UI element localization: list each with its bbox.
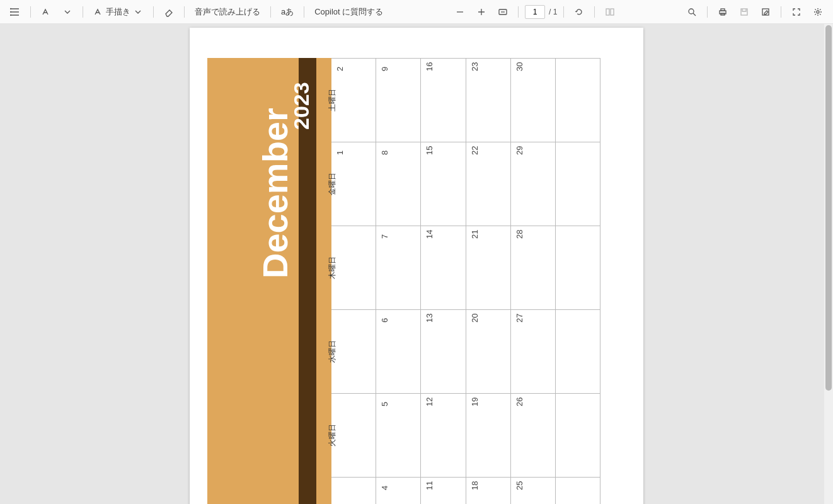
day-cell: 29 xyxy=(511,142,556,226)
separator xyxy=(594,6,595,18)
calendar-row: 金曜日18152229 xyxy=(331,142,600,226)
day-number: 21 xyxy=(470,230,480,239)
rotate-button[interactable] xyxy=(570,4,588,20)
day-number: 30 xyxy=(515,62,524,71)
copilot-button[interactable]: Copilot に質問する xyxy=(311,4,387,20)
highlight-dropdown-icon[interactable] xyxy=(59,4,76,20)
gear-icon xyxy=(813,7,823,17)
day-cell xyxy=(556,478,600,504)
day-cell xyxy=(331,310,376,393)
separator xyxy=(153,6,154,18)
print-icon xyxy=(718,7,728,17)
svg-point-2 xyxy=(11,14,11,15)
calendar: December 2023 土曜日29162330金曜日18152229木曜日7… xyxy=(207,58,600,504)
day-number: 2 xyxy=(335,67,345,71)
vertical-scrollbar[interactable] xyxy=(824,24,833,504)
search-button[interactable] xyxy=(683,4,701,20)
day-number: 29 xyxy=(515,146,524,155)
fullscreen-icon xyxy=(791,7,801,17)
day-cell: 13 xyxy=(421,310,466,393)
day-cell: 21 xyxy=(466,226,511,309)
search-icon xyxy=(687,7,697,17)
toolbar: 手描き 音声で読み上げる aあ Copilot に質問する / 1 xyxy=(0,0,833,24)
day-number: 6 xyxy=(380,318,389,323)
calendar-row: 木曜日7142128 xyxy=(331,226,600,309)
day-number: 8 xyxy=(380,151,389,155)
translate-button[interactable]: aあ xyxy=(277,4,297,20)
pdf-page: December 2023 土曜日29162330金曜日18152229木曜日7… xyxy=(190,28,643,504)
day-number: 20 xyxy=(470,314,480,323)
day-cell: 27 xyxy=(511,310,556,393)
translate-label: aあ xyxy=(281,6,294,18)
day-cell: 25 xyxy=(511,478,556,504)
day-cell: 14 xyxy=(421,226,466,309)
day-number: 7 xyxy=(380,234,389,239)
day-cell: 23 xyxy=(466,59,511,142)
svg-rect-4 xyxy=(606,9,609,15)
day-cell: 6 xyxy=(376,310,421,393)
save-as-button[interactable] xyxy=(757,4,774,20)
day-number: 16 xyxy=(425,62,434,71)
day-cell: 5 xyxy=(376,394,421,477)
save-icon xyxy=(739,7,749,17)
day-cell: 2 xyxy=(331,59,376,142)
copilot-label: Copilot に質問する xyxy=(314,6,383,18)
day-cell: 4 xyxy=(376,478,421,504)
day-number: 19 xyxy=(470,398,480,406)
day-cell: 1 xyxy=(331,142,376,226)
erase-icon[interactable] xyxy=(160,4,178,20)
print-button[interactable] xyxy=(714,4,732,20)
day-cell: 15 xyxy=(421,142,466,226)
svg-point-1 xyxy=(11,11,11,12)
separator xyxy=(707,6,708,18)
read-aloud-button[interactable]: 音声で読み上げる xyxy=(191,4,264,20)
minus-icon xyxy=(455,7,465,17)
draw-button[interactable]: 手描き xyxy=(89,4,147,20)
separator xyxy=(563,6,564,18)
page-number-input[interactable] xyxy=(525,5,545,19)
svg-point-6 xyxy=(689,9,694,14)
day-number: 23 xyxy=(470,62,480,71)
calendar-grid: 土曜日29162330金曜日18152229木曜日7142128水曜日61320… xyxy=(331,58,600,504)
day-cell: 9 xyxy=(376,59,421,142)
save-button[interactable] xyxy=(735,4,753,20)
scrollbar-thumb[interactable] xyxy=(825,25,832,391)
day-cell: 7 xyxy=(376,226,421,309)
zoom-in-button[interactable] xyxy=(473,4,490,20)
highlight-icon[interactable] xyxy=(37,4,55,20)
day-number: 27 xyxy=(515,314,524,323)
day-number: 26 xyxy=(515,398,524,406)
contents-icon[interactable] xyxy=(6,4,24,20)
svg-rect-8 xyxy=(721,9,725,11)
separator xyxy=(83,6,83,18)
day-cell: 22 xyxy=(466,142,511,226)
separator xyxy=(781,6,781,18)
day-cell xyxy=(556,226,600,309)
day-number: 25 xyxy=(515,481,524,490)
plus-icon xyxy=(476,7,486,17)
day-number: 15 xyxy=(425,146,434,155)
day-cell: 28 xyxy=(511,226,556,309)
day-number: 12 xyxy=(425,398,434,406)
day-cell: 30 xyxy=(511,59,556,142)
day-number: 11 xyxy=(425,481,434,490)
day-cell: 12 xyxy=(421,394,466,477)
separator xyxy=(518,6,519,18)
day-number: 22 xyxy=(470,146,480,155)
page-view-button[interactable] xyxy=(601,4,619,20)
zoom-out-button[interactable] xyxy=(451,4,469,20)
day-cell xyxy=(331,226,376,309)
year-label: 2023 xyxy=(289,82,314,130)
calendar-row: 水曜日6132027 xyxy=(331,309,600,393)
fit-width-button[interactable] xyxy=(494,4,512,20)
day-number: 28 xyxy=(515,230,524,239)
day-cell: 16 xyxy=(421,59,466,142)
pen-icon xyxy=(93,7,103,17)
chevron-down-icon xyxy=(133,7,143,17)
day-cell xyxy=(556,59,600,142)
day-cell: 19 xyxy=(466,394,511,477)
fullscreen-button[interactable] xyxy=(788,4,805,20)
day-number: 14 xyxy=(425,230,434,239)
settings-button[interactable] xyxy=(809,4,827,20)
day-cell: 8 xyxy=(376,142,421,226)
